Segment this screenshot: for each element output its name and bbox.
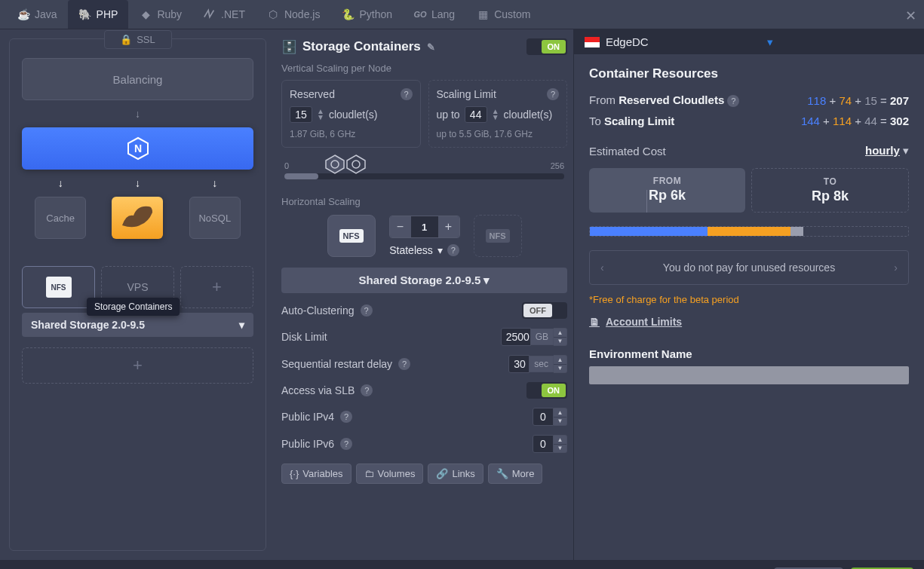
auto-cluster-toggle[interactable]: OFF: [522, 302, 567, 319]
tab-java[interactable]: ☕Java: [6, 0, 68, 29]
auto-cluster-label: Auto-Clustering: [281, 304, 355, 317]
tab-php[interactable]: 🐘PHP: [68, 0, 129, 29]
help-icon[interactable]: ?: [361, 304, 373, 317]
slb-label: Access via SLB: [281, 384, 355, 396]
stepper-icon[interactable]: ▲▼: [317, 109, 324, 121]
chevron-down-icon: ▾: [767, 35, 773, 49]
limit-cloudlets-input[interactable]: 44: [465, 106, 487, 123]
region-dropdown[interactable]: EdgeDC ▾: [574, 29, 924, 54]
slider-thumb-reserved[interactable]: [325, 154, 345, 175]
nginx-icon: N: [126, 136, 150, 161]
chevron-right-icon[interactable]: ›: [894, 262, 898, 274]
node-count-value: 1: [411, 216, 438, 237]
storage-version-dropdown[interactable]: Shared Storage 2.0-9.5▾: [22, 313, 253, 337]
java-icon: ☕: [17, 8, 30, 21]
increment-button[interactable]: +: [438, 216, 459, 237]
ipv6-input[interactable]: 0: [533, 435, 554, 453]
image-version-dropdown[interactable]: Shared Storage 2.0-9.5 ▾: [281, 268, 567, 293]
reserved-cloudlets-input[interactable]: 15: [290, 106, 312, 123]
edit-icon[interactable]: ✎: [427, 41, 435, 53]
sql-node[interactable]: [112, 197, 163, 239]
disk-limit-input[interactable]: 2500: [501, 328, 531, 346]
tab-dotnet[interactable]: .NET: [192, 0, 256, 29]
horizontal-scaling-label: Horizontal Scaling: [281, 196, 567, 207]
panel-title: 🗄️ Storage Containers ✎: [281, 39, 435, 54]
chevron-left-icon[interactable]: ‹: [600, 262, 604, 274]
restart-delay-label: Sequential restart delay: [281, 358, 392, 370]
env-name-input[interactable]: [589, 366, 909, 384]
reserved-specs: 1.87 GiB, 6 GHz: [290, 129, 413, 139]
scaling-mode-dropdown[interactable]: Stateless ▾ ?: [389, 244, 459, 256]
links-button[interactable]: 🔗Links: [428, 463, 483, 484]
stepper-icon[interactable]: ▲▼: [492, 109, 499, 121]
variables-button[interactable]: {·}Variables: [281, 463, 351, 484]
hs-node[interactable]: NFS: [327, 215, 376, 257]
restart-delay-unit: sec: [530, 356, 554, 372]
unused-note: ‹ You do not pay for unused resources ›: [589, 250, 909, 285]
help-icon[interactable]: ?: [447, 244, 459, 256]
stepper-icon[interactable]: ▲▼: [554, 355, 567, 373]
braces-icon: {·}: [290, 468, 299, 479]
tab-python[interactable]: 🐍Python: [330, 0, 403, 29]
disk-limit-unit: GB: [531, 329, 554, 345]
tab-nodejs[interactable]: ⬡Node.js: [256, 0, 330, 29]
nodejs-icon: ⬡: [266, 8, 280, 21]
period-dropdown[interactable]: hourly ▾: [865, 144, 909, 158]
nfs-badge: NFS: [46, 277, 72, 298]
help-icon[interactable]: ?: [398, 358, 410, 370]
wrench-icon: 🔧: [496, 468, 508, 479]
env-name-label: Environment Name: [589, 347, 909, 360]
arrow-down-icon: ↓: [22, 177, 99, 189]
chevron-down-icon: ▾: [239, 319, 244, 331]
volumes-button[interactable]: 🗀Volumes: [356, 463, 424, 484]
help-icon[interactable]: ?: [340, 411, 352, 423]
help-icon[interactable]: ?: [727, 95, 739, 107]
chevron-down-icon: ▾: [437, 244, 443, 256]
price-to-card: TO Rp 8k: [751, 168, 909, 213]
ipv6-label: Public IPv6: [281, 438, 334, 450]
storage-node[interactable]: NFS: [22, 266, 95, 308]
footer: Cancel Apply: [0, 560, 924, 569]
cloudlet-slider[interactable]: 0256: [284, 161, 564, 179]
cost-bar: [589, 226, 909, 237]
tab-custom[interactable]: ▦Custom: [465, 0, 541, 29]
python-icon: 🐍: [341, 8, 355, 21]
more-button[interactable]: 🔧More: [488, 463, 543, 484]
help-icon[interactable]: ?: [340, 438, 352, 450]
help-icon[interactable]: ?: [547, 88, 559, 100]
balancing-node[interactable]: Balancing: [22, 58, 253, 100]
stepper-icon[interactable]: ▲▼: [554, 408, 567, 426]
from-math: 118 + 74 + 15 = 207: [807, 94, 909, 107]
nosql-node[interactable]: NoSQL: [189, 197, 241, 239]
app-server-node[interactable]: N: [22, 127, 253, 170]
svg-text:N: N: [134, 142, 141, 154]
ipv4-input[interactable]: 0: [533, 408, 554, 426]
storage-icon: 🗄️: [281, 39, 296, 54]
help-icon[interactable]: ?: [401, 88, 413, 100]
php-icon: 🐘: [78, 8, 92, 21]
tab-ruby[interactable]: ◆Ruby: [128, 0, 192, 29]
node-count-stepper[interactable]: − 1 +: [389, 216, 460, 238]
decrement-button[interactable]: −: [390, 216, 411, 237]
close-icon[interactable]: ✕: [905, 8, 916, 24]
tab-go[interactable]: GOLang: [403, 0, 465, 29]
add-node-button[interactable]: +: [180, 266, 253, 308]
cache-node[interactable]: Cache: [35, 197, 86, 239]
topology-panel: 🔒SSL Balancing ↓ N ↓ ↓ ↓ Cache NoSQL: [0, 29, 275, 560]
enable-toggle[interactable]: ON: [526, 38, 568, 55]
disk-limit-label: Disk Limit: [281, 331, 327, 343]
resources-title: Container Resources: [589, 66, 909, 81]
slb-toggle[interactable]: ON: [526, 382, 568, 399]
svg-marker-4: [347, 155, 365, 173]
ssl-toggle[interactable]: 🔒SSL: [104, 30, 172, 49]
restart-delay-input[interactable]: 30: [508, 355, 530, 373]
stepper-icon[interactable]: ▲▼: [554, 435, 567, 453]
help-icon[interactable]: ?: [361, 384, 373, 396]
hs-node-ghost[interactable]: NFS: [474, 215, 522, 257]
limit-specs: up to 5.5 GiB, 17.6 GHz: [437, 129, 560, 139]
stepper-icon[interactable]: ▲▼: [554, 328, 567, 346]
slider-thumb-limit[interactable]: [346, 154, 366, 175]
config-panel: 🗄️ Storage Containers ✎ ON Vertical Scal…: [275, 29, 573, 560]
add-layer-button[interactable]: +: [22, 347, 253, 384]
account-limits-link[interactable]: 🗎Account Limits: [589, 316, 909, 328]
